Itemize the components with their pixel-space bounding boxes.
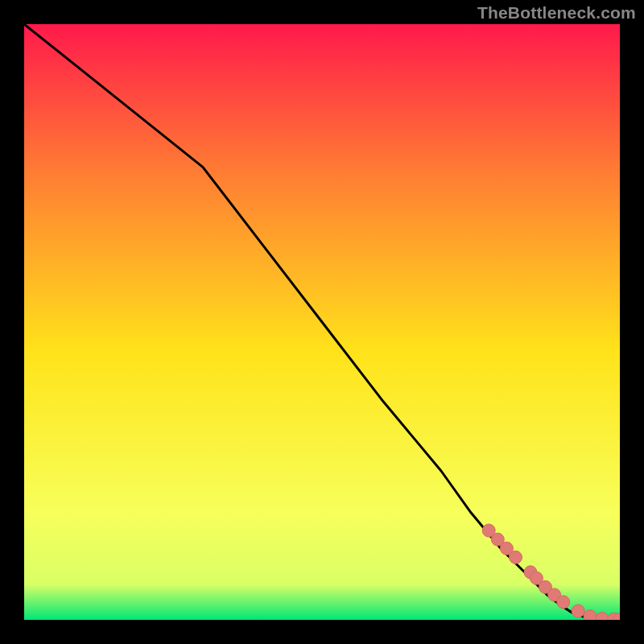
data-marker [557,596,570,609]
chart-frame: TheBottleneck.com [0,0,644,644]
data-marker [510,551,522,564]
data-marker [584,610,597,620]
watermark-text: TheBottleneck.com [477,3,636,23]
chart-svg [24,24,620,620]
data-marker [572,605,584,617]
plot-area [24,24,620,620]
